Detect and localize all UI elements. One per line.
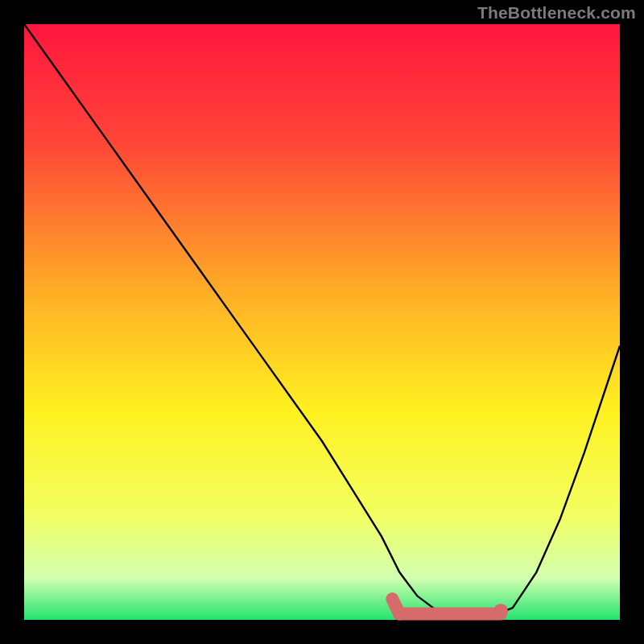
optimal-range-bar-cap [392, 599, 399, 614]
marker-dot [493, 604, 508, 618]
plot-area [24, 24, 620, 620]
chart-container: TheBottleneck.com [0, 0, 644, 644]
bottleneck-curve-chart [0, 0, 644, 644]
attribution-text: TheBottleneck.com [477, 3, 636, 23]
